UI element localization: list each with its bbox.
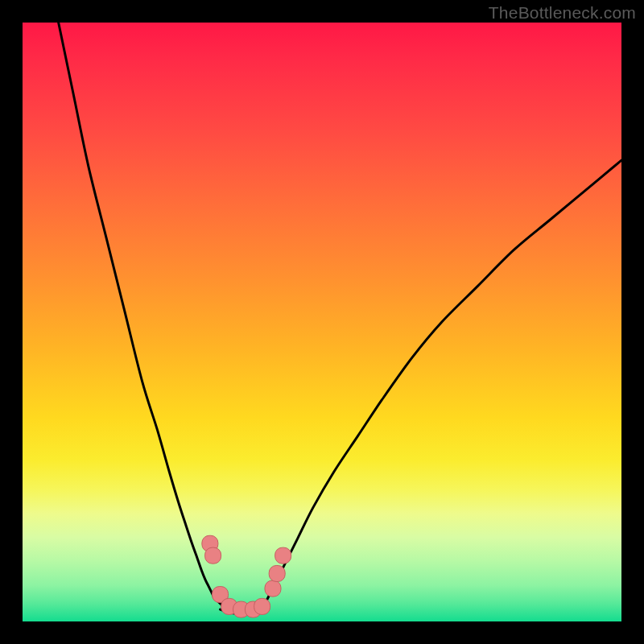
- data-marker: [269, 565, 285, 581]
- plot-area: [23, 23, 621, 621]
- markers-group: [202, 535, 291, 617]
- watermark-text: TheBottleneck.com: [489, 3, 636, 23]
- data-marker: [275, 547, 291, 564]
- left-curve: [59, 23, 226, 609]
- data-marker: [205, 547, 221, 564]
- curve-layer: [23, 23, 621, 621]
- data-marker: [254, 598, 270, 614]
- left-curve-path: [59, 23, 226, 609]
- chart-frame: TheBottleneck.com: [0, 0, 644, 644]
- right-curve: [262, 160, 621, 609]
- data-marker: [265, 580, 281, 597]
- right-curve-path: [262, 160, 621, 609]
